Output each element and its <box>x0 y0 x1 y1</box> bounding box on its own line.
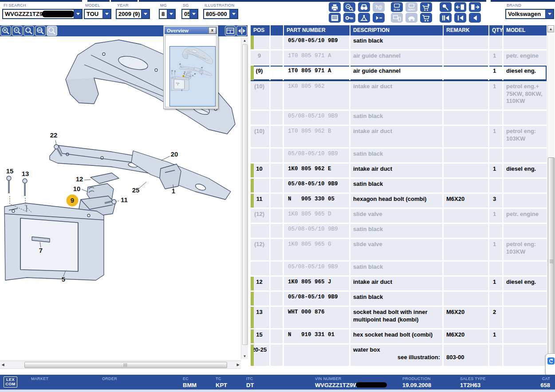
toolbar-group <box>440 13 481 23</box>
close-icon[interactable]: x <box>209 27 216 34</box>
pin-icon[interactable] <box>440 2 452 12</box>
viewer-vscroll-thumb[interactable] <box>242 44 248 345</box>
overview-titlebar[interactable]: Overview x <box>165 27 217 34</box>
split-view-icon[interactable] <box>225 26 236 36</box>
scroll-left-icon[interactable]: ◀ <box>0 361 6 368</box>
scroll-up-icon[interactable]: ▲ <box>547 25 554 32</box>
table-body: 05/08-05/10 9B9satin black91T0 805 971 A… <box>251 35 547 367</box>
cell-spacer <box>271 35 284 49</box>
cell-model <box>504 224 547 238</box>
zoom-in-icon[interactable] <box>0 26 11 36</box>
table-row[interactable]: 05/08-05/10 9B9satin black <box>251 111 547 126</box>
nav-back-icon[interactable] <box>469 13 481 23</box>
year-select[interactable]: 2009 (9) <box>116 9 150 19</box>
table-vscroll-thumb[interactable] <box>548 157 555 365</box>
table-row[interactable]: 05/08-05/10 9B9satin black <box>251 149 547 164</box>
row-marker <box>251 307 254 328</box>
chevron-down-icon[interactable] <box>167 10 175 18</box>
step-icon[interactable] <box>373 13 385 23</box>
cell-qty <box>489 345 504 366</box>
status-market: MARKET <box>31 376 48 382</box>
cell-qty <box>489 111 504 125</box>
chevron-down-icon[interactable] <box>189 10 197 18</box>
table-row[interactable]: (9)1T0 805 971 Aair guide channel1diesel… <box>251 66 547 81</box>
cell-spacer <box>271 292 284 306</box>
list-icon[interactable] <box>329 13 341 23</box>
table-row[interactable]: 20-25water boxsee illustration:803-00 <box>251 345 547 367</box>
chevron-down-icon[interactable] <box>141 10 149 18</box>
cell-description: hex socket head bolt (combi) <box>350 329 444 343</box>
sg-select[interactable]: 05 <box>181 9 198 19</box>
status-production: PRODUCTION19.09.2008 <box>402 376 431 388</box>
cell-spacer <box>271 149 284 162</box>
cell-qty: 1 <box>489 164 504 177</box>
nav-prev-icon[interactable] <box>454 13 466 23</box>
overview-thumbnail[interactable] <box>169 46 216 106</box>
chevron-down-icon[interactable] <box>74 10 82 18</box>
table-row[interactable]: (12)1K0 805 965 Gslide valve1petrol eng:… <box>251 239 547 262</box>
scroll-right-icon[interactable]: ▶ <box>235 361 241 368</box>
viewer-hscroll-thumb[interactable] <box>24 362 227 368</box>
cell-qty: 1 <box>489 209 504 223</box>
status-ec: ECBMM <box>183 376 197 388</box>
cart-transfer-icon[interactable] <box>420 2 432 12</box>
cell-pos <box>251 111 271 125</box>
zoom-area-icon[interactable] <box>24 26 34 36</box>
table-row[interactable]: 13WHT 000 876socket head bolt with inner… <box>251 307 547 329</box>
chevron-down-icon[interactable] <box>102 10 110 18</box>
zoom-100-icon[interactable]: 100% <box>35 26 46 36</box>
table-row[interactable]: 101K0 805 962 Eintake air duct1diesel en… <box>251 164 547 179</box>
scroll-up-icon[interactable]: ▲ <box>241 37 248 43</box>
doc-prev-icon[interactable] <box>454 2 466 12</box>
field-year: YEAR2009 (9) <box>116 3 150 19</box>
table-row[interactable]: 121K0 805 965 Jintake air duct1diesel en… <box>251 277 547 292</box>
table-row[interactable]: 05/08-05/10 9B9satin black <box>251 179 547 194</box>
table-row[interactable]: (12)1K0 805 965 Dslide valve1petr. engin… <box>251 209 547 224</box>
elsa-icon[interactable]: ELSA <box>391 2 403 12</box>
viewer-hscrollbar[interactable]: ◀ ▶ <box>0 361 241 369</box>
cell-remark <box>444 277 489 290</box>
lexcom-logo: LEX COM <box>4 376 17 388</box>
chevron-down-icon[interactable] <box>229 10 237 18</box>
table-row[interactable]: 05/08-05/10 9B9satin black <box>251 292 547 307</box>
cell-description: satin black <box>350 149 444 162</box>
col-header-model: MODEL <box>504 25 547 35</box>
fi-select[interactable]: WVGZZZ1TZ9W <box>2 9 83 19</box>
brand-select[interactable]: Volkswagen <box>505 9 554 19</box>
table-row[interactable]: 05/08-05/10 9B9satin black <box>251 224 547 239</box>
fit-width-icon[interactable] <box>236 26 247 36</box>
cell-spacer <box>271 126 284 147</box>
cell-part-number: 1K0 805 965 J <box>284 277 350 290</box>
remote-support-badge[interactable] <box>545 353 555 376</box>
scroll-down-icon[interactable]: ▼ <box>241 353 248 359</box>
doc-next-icon[interactable] <box>469 2 481 12</box>
zoom-out-icon[interactable] <box>12 26 23 36</box>
ill-select[interactable]: 805-000 <box>203 9 238 19</box>
mg-select[interactable]: 8 <box>159 9 176 19</box>
model-select[interactable]: TOU <box>84 9 111 19</box>
cell-part-number: 05/08-05/10 9B9 <box>284 292 350 306</box>
key-icon[interactable] <box>343 13 355 23</box>
table-row[interactable]: 05/08-05/10 9B9satin black <box>251 35 547 51</box>
table-row[interactable]: 15N 910 331 01hex socket head bolt (comb… <box>251 329 547 345</box>
lift-icon[interactable] <box>358 13 370 23</box>
table-row[interactable]: 05/08-05/10 9B9satin black <box>251 262 547 277</box>
table-row[interactable]: 11N 905 330 05hexagon head bolt (combi)M… <box>251 194 547 209</box>
cell-pos <box>251 292 271 306</box>
cell-description: satin black <box>350 111 444 125</box>
nav-first-icon[interactable] <box>440 13 452 23</box>
wheel-search-icon[interactable] <box>343 2 355 12</box>
print-icon[interactable] <box>329 2 341 12</box>
table-vscrollbar[interactable]: ▲ ▼ <box>547 25 555 368</box>
field-mg: MG8 <box>159 3 176 19</box>
table-row[interactable]: (10)1K0 805 962intake air duct1petrol en… <box>251 81 547 111</box>
cell-description: air guide channel <box>350 51 444 64</box>
table-row[interactable]: 91T0 805 971 Aair guide channel1petr. en… <box>251 51 547 66</box>
cell-qty: 3 <box>489 194 504 208</box>
remote-arrow-icon[interactable] <box>547 357 555 365</box>
cart-icon[interactable] <box>420 13 432 23</box>
viewer-vscrollbar[interactable]: ▲ ▼ <box>241 37 248 359</box>
binoculars-icon[interactable] <box>358 2 370 12</box>
table-row[interactable]: (10)1T0 805 962 Bintake air duct1petrol … <box>251 126 547 149</box>
chevron-down-icon[interactable] <box>545 10 553 18</box>
